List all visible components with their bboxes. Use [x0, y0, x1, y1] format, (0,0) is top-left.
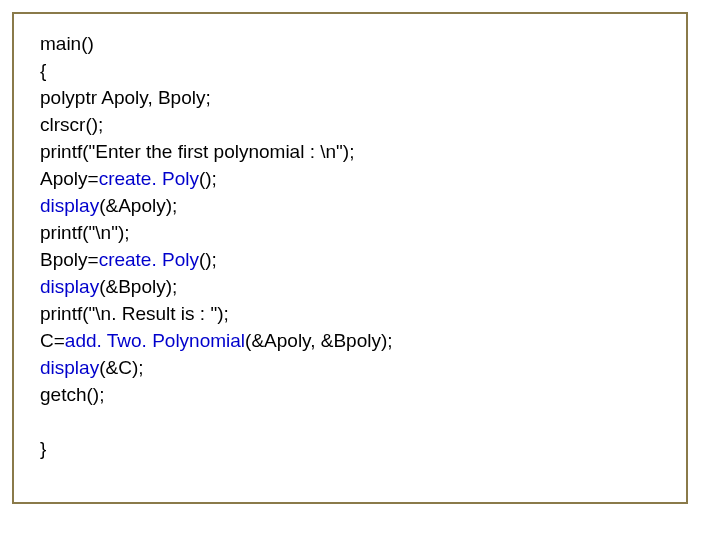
code-line: clrscr(); — [40, 111, 393, 138]
fn-createpoly: create. Poly — [99, 249, 199, 270]
code-line: display(&Apoly); — [40, 192, 393, 219]
code-line: } — [40, 435, 393, 462]
code-line: Apoly=create. Poly(); — [40, 165, 393, 192]
code-line: main() — [40, 30, 393, 57]
code-line: Bpoly=create. Poly(); — [40, 246, 393, 273]
code-line: printf("\n"); — [40, 219, 393, 246]
code-line: printf("\n. Result is : "); — [40, 300, 393, 327]
code-block: main() { polyptr Apoly, Bpoly; clrscr();… — [40, 30, 393, 462]
code-line: polyptr Apoly, Bpoly; — [40, 84, 393, 111]
fn-display: display — [40, 195, 99, 216]
code-line: printf("Enter the first polynomial : \n"… — [40, 138, 393, 165]
fn-addtwopoly: add. Two. Polynomial — [65, 330, 245, 351]
fn-display: display — [40, 276, 99, 297]
code-line: getch(); — [40, 381, 393, 408]
code-line: C=add. Two. Polynomial(&Apoly, &Bpoly); — [40, 327, 393, 354]
code-line: display(&C); — [40, 354, 393, 381]
code-line: display(&Bpoly); — [40, 273, 393, 300]
code-line: { — [40, 57, 393, 84]
fn-createpoly: create. Poly — [99, 168, 199, 189]
fn-display: display — [40, 357, 99, 378]
